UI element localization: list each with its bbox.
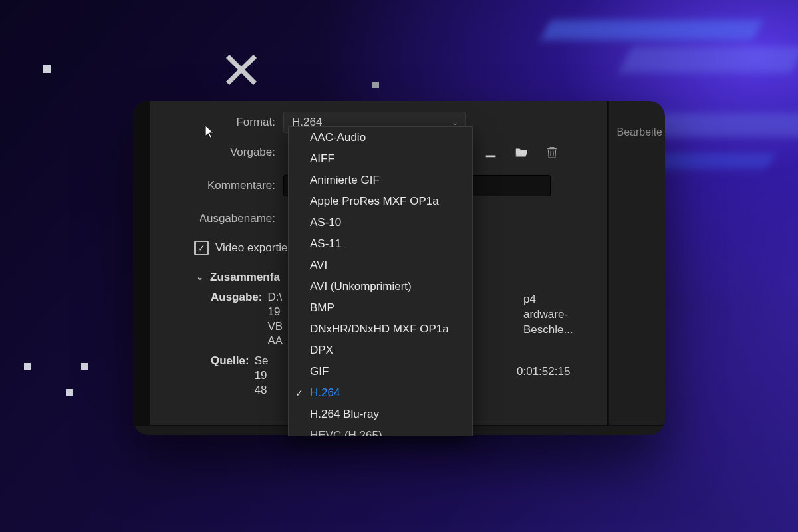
format-option[interactable]: Apple ProRes MXF OP1a xyxy=(289,191,472,212)
preset-label: Vorgabe: xyxy=(193,146,283,159)
background-dot xyxy=(66,389,73,396)
summary-source-fragment: 0:01:52:15 xyxy=(517,365,570,378)
summary-output-fragment: ardware-Beschle... xyxy=(523,307,616,338)
format-option[interactable]: AVI (Unkomprimiert) xyxy=(289,276,472,297)
chevron-down-icon: ⌄ xyxy=(196,272,203,282)
summary-source-line: Se xyxy=(255,354,269,368)
panel-left-gutter xyxy=(133,101,150,435)
background-dot xyxy=(81,363,88,370)
format-option[interactable]: DNxHR/DNxHD MXF OP1a xyxy=(289,319,472,340)
panel-divider xyxy=(607,101,608,426)
panel-right-gutter xyxy=(608,101,665,435)
background-streak xyxy=(619,47,798,73)
summary-output-line: VB xyxy=(267,320,283,333)
format-option[interactable]: AS-11 xyxy=(289,233,472,255)
download-icon[interactable] xyxy=(483,145,499,160)
format-dropdown-list[interactable]: AAC-AudioAIFFAnimierte GIFApple ProRes M… xyxy=(288,126,473,436)
background-dot xyxy=(43,65,51,73)
format-option[interactable]: GIF xyxy=(289,361,472,382)
background-streak xyxy=(648,153,775,169)
summary-source-line: 48 xyxy=(255,384,269,397)
mouse-cursor xyxy=(205,125,215,140)
format-option[interactable]: AIFF xyxy=(289,148,472,170)
summary-output-label: Ausgabe: xyxy=(211,291,262,348)
format-option[interactable]: HEVC (H.265) xyxy=(289,425,472,436)
format-option[interactable]: BMP xyxy=(289,297,472,319)
format-option[interactable]: AS-10 xyxy=(289,212,472,233)
format-option[interactable]: AAC-Audio xyxy=(289,127,472,148)
summary-output-lines: D:\19VBAA xyxy=(267,291,283,348)
summary-output-line: D:\ xyxy=(267,291,283,304)
trash-icon[interactable] xyxy=(544,145,560,160)
comments-label: Kommentare: xyxy=(193,179,283,192)
summary-output-fragment: p4 xyxy=(523,292,616,307)
background-dot xyxy=(372,82,379,88)
background-streak xyxy=(541,20,763,40)
summary-heading: Zusammenfa xyxy=(210,271,280,284)
summary-source-label: Quelle: xyxy=(211,354,249,397)
format-option[interactable]: H.264 xyxy=(289,382,472,404)
export-video-label: Video exportie xyxy=(215,241,287,255)
edit-link[interactable]: Bearbeite xyxy=(617,126,663,140)
format-option[interactable]: H.264 Blu-ray xyxy=(289,404,472,425)
chevron-down-icon: ⌄ xyxy=(452,118,458,127)
export-video-checkbox[interactable]: ✓ xyxy=(194,241,209,255)
format-option[interactable]: Animierte GIF xyxy=(289,170,472,191)
summary-source-line: 19 xyxy=(255,369,269,382)
format-option[interactable]: AVI xyxy=(289,255,472,276)
folder-open-icon[interactable] xyxy=(513,145,529,160)
output-name-label: Ausgabename: xyxy=(193,212,283,225)
summary-output-line: 19 xyxy=(267,305,283,319)
summary-output-line: AA xyxy=(267,334,283,348)
background-dot xyxy=(24,363,31,370)
summary-source-lines: Se1948 xyxy=(255,354,269,397)
format-option[interactable]: DPX xyxy=(289,340,472,361)
close-icon[interactable] xyxy=(223,52,259,88)
